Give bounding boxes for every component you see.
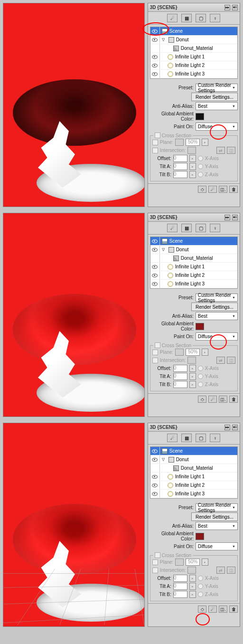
eye-icon[interactable] [152, 239, 158, 243]
filter-light-icon[interactable]: ♀ [210, 224, 220, 232]
offset-input[interactable]: 0 [173, 575, 187, 582]
twisty-icon[interactable]: ▽ [162, 457, 167, 462]
new-light-icon[interactable]: ◫. [219, 186, 227, 193]
tilta-input[interactable]: 0 [173, 373, 187, 380]
eye-icon[interactable] [152, 29, 158, 33]
eye-icon[interactable] [152, 72, 158, 76]
tree-row-scene[interactable]: Scene [150, 237, 237, 246]
stepper-icon[interactable]: ▸ [189, 583, 196, 590]
stepper-icon[interactable]: ▸ [189, 373, 196, 380]
align-icon[interactable]: ◫ [227, 357, 235, 364]
filter-light-icon[interactable]: ♀ [210, 434, 220, 442]
tiltb-input[interactable]: 0 [173, 591, 187, 598]
stepper-icon[interactable]: ▸ [189, 155, 196, 162]
intersection-color-swatch[interactable] [187, 357, 196, 364]
toggle-ground-icon[interactable]: ◇ [198, 606, 206, 613]
eye-icon[interactable] [152, 265, 158, 269]
menu-icon[interactable]: ▾≡ [232, 215, 238, 220]
stepper-icon[interactable]: ▸ [189, 381, 196, 388]
eye-icon[interactable] [152, 458, 158, 462]
preset-dropdown[interactable]: Custom Render Settings [196, 294, 238, 302]
tree-row-material[interactable]: Donut_Material [150, 464, 237, 473]
filter-material-icon[interactable]: ▢ [196, 224, 206, 232]
plane-opacity-input[interactable]: 50% [186, 559, 200, 566]
filter-scene-icon[interactable]: ☄ [167, 434, 178, 442]
new-light-icon[interactable]: ◫. [219, 396, 227, 403]
antialias-dropdown[interactable]: Best [196, 312, 238, 320]
delete-icon[interactable]: 🗑 [229, 396, 238, 403]
tree-row-light3[interactable]: Infinite Light 3 [150, 490, 237, 498]
intersection-color-swatch[interactable] [187, 147, 196, 154]
tree-row-material[interactable]: Donut_Material [150, 254, 237, 263]
filter-material-icon[interactable]: ▢ [196, 14, 206, 22]
zaxis-radio[interactable] [198, 592, 203, 597]
plane-color-swatch[interactable] [175, 349, 184, 356]
stepper-icon[interactable]: ▸ [189, 163, 196, 170]
tree-row-donut[interactable]: ▽Donut [150, 455, 237, 464]
tree-row-light3[interactable]: Infinite Light 3 [150, 280, 237, 288]
toggle-ground-icon[interactable]: ◇ [198, 396, 206, 403]
tilta-input[interactable]: 0 [173, 583, 187, 590]
eye-icon[interactable] [152, 492, 158, 496]
preset-dropdown[interactable]: Custom Render Settings [196, 84, 238, 92]
tree-row-scene[interactable]: Scene [150, 27, 237, 36]
scene-tree[interactable]: Scene ▽Donut Donut_Material Infinite Lig… [150, 446, 238, 499]
stepper-icon[interactable]: ▸ [189, 171, 196, 178]
tree-row-light1[interactable]: Infinite Light 1 [150, 263, 237, 271]
tree-row-donut[interactable]: ▽Donut [150, 246, 237, 254]
tree-row-material[interactable]: Donut_Material [150, 44, 237, 53]
yaxis-radio[interactable] [198, 164, 203, 169]
offset-input[interactable]: 0 [173, 155, 187, 162]
intersection-checkbox[interactable] [152, 148, 158, 153]
eye-icon[interactable] [152, 55, 158, 59]
plane-color-swatch[interactable] [175, 139, 184, 146]
preset-dropdown[interactable]: Custom Render Settings [196, 503, 238, 511]
menu-icon[interactable]: ▾≡ [232, 425, 238, 430]
intersection-checkbox[interactable] [152, 568, 158, 573]
tree-row-scene[interactable]: Scene [150, 447, 237, 455]
toggle-light-icon[interactable]: ☄ [208, 396, 217, 403]
render-settings-button[interactable]: Render Settings... [191, 303, 238, 311]
twisty-icon[interactable]: ▽ [162, 247, 167, 252]
offset-input[interactable]: 0 [173, 365, 187, 372]
toggle-ground-icon[interactable]: ◇ [198, 186, 206, 193]
eye-icon[interactable] [152, 475, 158, 479]
stepper-icon[interactable]: ▸ [189, 365, 196, 372]
tree-row-light2[interactable]: Infinite Light 2 [150, 61, 237, 70]
tiltb-input[interactable]: 0 [173, 171, 187, 178]
filter-light-icon[interactable]: ♀ [210, 14, 220, 22]
filter-mesh-icon[interactable]: ▦ [181, 14, 192, 22]
scene-tree[interactable]: Scene ▽Donut Donut_Material Infinite Lig… [150, 237, 238, 289]
toggle-light-icon[interactable]: ☄ [208, 186, 217, 193]
filter-material-icon[interactable]: ▢ [196, 434, 206, 442]
xaxis-radio[interactable] [198, 576, 203, 581]
intersection-checkbox[interactable] [152, 358, 158, 363]
painton-dropdown[interactable]: Diffuse [196, 123, 238, 131]
flip-icon[interactable]: ⇄ [216, 357, 225, 364]
toggle-light-icon[interactable]: ☄ [208, 606, 217, 613]
plane-opacity-input[interactable]: 50% [186, 349, 200, 356]
stepper-icon[interactable]: ▸ [189, 591, 196, 598]
render-settings-button[interactable]: Render Settings... [191, 512, 238, 521]
eye-icon[interactable] [152, 483, 158, 487]
align-icon[interactable]: ◫ [227, 567, 235, 574]
cross-section-checkbox[interactable] [155, 133, 160, 138]
plane-checkbox[interactable] [152, 140, 158, 145]
collapse-icon[interactable]: ▸▸ [224, 215, 230, 220]
tree-row-light1[interactable]: Infinite Light 1 [150, 53, 237, 61]
tree-row-light2[interactable]: Infinite Light 2 [150, 481, 237, 490]
menu-icon[interactable]: ▾≡ [232, 5, 238, 10]
plane-opacity-input[interactable]: 50% [186, 139, 200, 146]
tilta-input[interactable]: 0 [173, 163, 187, 170]
filter-mesh-icon[interactable]: ▦ [181, 434, 192, 442]
new-light-icon[interactable]: ◫. [219, 606, 227, 613]
painton-dropdown[interactable]: Diffuse [196, 542, 238, 550]
zaxis-radio[interactable] [198, 382, 203, 387]
render-settings-button[interactable]: Render Settings... [191, 93, 238, 101]
yaxis-radio[interactable] [198, 584, 203, 589]
stepper-icon[interactable]: ▸ [189, 575, 196, 582]
align-icon[interactable]: ◫ [227, 147, 235, 154]
eye-icon[interactable] [152, 274, 158, 277]
xaxis-radio[interactable] [198, 156, 203, 161]
stepper-icon[interactable]: ▸ [202, 349, 208, 356]
